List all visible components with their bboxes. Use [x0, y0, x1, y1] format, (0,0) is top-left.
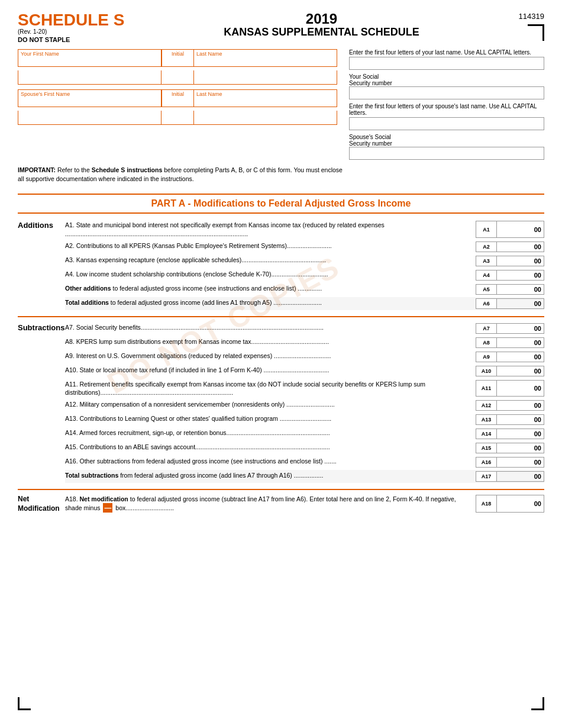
your-initial-label: Initial — [164, 51, 191, 57]
do-not-staple: DO NOT STAPLE — [18, 36, 124, 43]
important-bold: IMPORTANT: — [18, 166, 56, 173]
line-a9-amount[interactable]: 00 — [497, 352, 544, 362]
line-a6-value: 00 — [534, 300, 541, 307]
net-modification-label-area: NetModification — [18, 495, 65, 513]
spouse-four-letters-block: Enter the first four letters of your spo… — [349, 103, 544, 130]
spouse-last-name-label: Last Name — [196, 91, 334, 97]
spouse-first-name-field[interactable]: Spouse's First Name — [18, 89, 162, 107]
spouse-ssn-input[interactable] — [349, 147, 544, 160]
spouse-initial-field[interactable]: Initial — [162, 89, 194, 107]
line-a16-row: A16. Other subtractions from federal adj… — [65, 456, 544, 469]
line-a8-amount[interactable]: 00 — [497, 337, 544, 348]
line-a13-amount[interactable]: 00 — [497, 414, 544, 425]
line-a7-code: A7 — [476, 323, 497, 334]
line-a3-amount[interactable]: 00 — [497, 256, 544, 266]
bottom-right-corner-mark — [531, 697, 544, 710]
schedule-rev: (Rev. 1-20) — [18, 28, 124, 35]
spouse-name-input-area[interactable] — [18, 111, 337, 125]
line-a13-value: 00 — [534, 416, 541, 423]
your-name-row: Your First Name Initial Last Name — [18, 49, 337, 67]
line-a17-row: Total subtractions from federal adjusted… — [65, 470, 544, 483]
line-a8-value: 00 — [534, 339, 541, 346]
line-a15-value: 00 — [534, 444, 541, 452]
line-a1-amount[interactable]: 00 — [497, 221, 544, 237]
page-header: SCHEDULE S (Rev. 1-20) DO NOT STAPLE 201… — [18, 12, 544, 43]
line-a18-value: 00 — [534, 500, 541, 507]
line-a13-desc: A13. Contributions to Learning Quest or … — [65, 414, 476, 423]
spouse-four-letters-instruction: Enter the first four letters of your spo… — [349, 103, 544, 116]
line-a10-amount[interactable]: 00 — [497, 366, 544, 376]
line-a2-desc: A2. Contributions to all KPERS (Kansas P… — [65, 241, 476, 250]
line-a2-code: A2 — [476, 241, 497, 252]
minus-box: — — [103, 503, 112, 513]
line-a17-amount[interactable]: 00 — [497, 471, 544, 482]
line-a18-amount[interactable]: 00 — [497, 495, 544, 513]
line-a15-code: A15 — [476, 443, 497, 453]
line-a4-row: A4. Low income student scholarship contr… — [65, 269, 544, 282]
additions-label: Additions — [18, 220, 65, 230]
form-title: KANSAS SUPPLEMENTAL SCHEDULE — [224, 26, 419, 38]
your-last-name-field[interactable]: Last Name — [194, 49, 337, 67]
line-a11-code: A11 — [476, 380, 497, 397]
line-a10-code: A10 — [476, 366, 497, 376]
subtractions-section: Subtractions A7. Social Security benefit… — [18, 322, 544, 484]
spouse-last-name-field[interactable]: Last Name — [194, 89, 337, 107]
line-a15-desc: A15. Contributions to an ABLE savings ac… — [65, 443, 476, 451]
line-a4-amount[interactable]: 00 — [497, 270, 544, 281]
line-a10-value: 00 — [534, 368, 541, 375]
line-a9-row: A9. Interest on U.S. Government obligati… — [65, 350, 544, 363]
schedule-info: SCHEDULE S (Rev. 1-20) DO NOT STAPLE — [18, 12, 124, 43]
line-a1-value: 00 — [534, 226, 541, 233]
additions-lines: A1. State and municipal bond interest no… — [65, 220, 544, 311]
spouse-name-row: Spouse's First Name Initial Last Name — [18, 89, 337, 107]
form-number-area: 114319 — [519, 12, 544, 41]
additions-section: Additions A1. State and municipal bond i… — [18, 220, 544, 311]
line-a7-value: 00 — [534, 325, 541, 332]
line-a6-amount[interactable]: 00 — [497, 298, 544, 309]
line-a7-row: A7. Social Security benefits............… — [65, 322, 544, 335]
line-a12-amount[interactable]: 00 — [497, 400, 544, 411]
your-first-name-label: Your First Name — [21, 51, 159, 57]
line-a14-amount[interactable]: 00 — [497, 429, 544, 439]
net-modification-desc: A18. Net modification to federal adjuste… — [65, 495, 476, 513]
line-a1-desc: A1. State and municipal bond interest no… — [65, 221, 476, 237]
line-a11-amount[interactable]: 00 — [497, 380, 544, 397]
line-a1-code: A1 — [476, 221, 497, 237]
line-a2-row: A2. Contributions to all KPERS (Kansas P… — [65, 240, 544, 253]
line-a14-desc: A14. Armed forces recruitment, sign-up, … — [65, 429, 476, 437]
line-a14-value: 00 — [534, 430, 541, 437]
line-a13-code: A13 — [476, 414, 497, 425]
line-a9-desc: A9. Interest on U.S. Government obligati… — [65, 352, 476, 360]
your-name-input-area[interactable] — [18, 70, 337, 85]
line-a18-code: A18 — [476, 495, 497, 513]
line-a17-code: A17 — [476, 471, 497, 482]
schedule-title: SCHEDULE S — [18, 12, 124, 28]
line-a16-code: A16 — [476, 457, 497, 468]
line-a2-amount[interactable]: 00 — [497, 241, 544, 252]
form-title-area: 2019 KANSAS SUPPLEMENTAL SCHEDULE — [224, 12, 419, 38]
name-fields-area: Your First Name Initial Last Name Spouse… — [18, 49, 337, 160]
line-a16-value: 00 — [534, 459, 541, 466]
subtractions-label: Subtractions — [18, 322, 65, 332]
line-a16-amount[interactable]: 00 — [497, 457, 544, 468]
spouse-four-letters-input[interactable] — [349, 117, 544, 130]
top-corner-mark — [528, 24, 544, 41]
line-a3-desc: A3. Kansas expensing recapture (enclose … — [65, 256, 476, 264]
your-ssn-input[interactable] — [349, 86, 544, 99]
line-a8-row: A8. KPERS lump sum distributions exempt … — [65, 336, 544, 349]
line-a1-row: A1. State and municipal bond interest no… — [65, 220, 544, 239]
line-a3-row: A3. Kansas expensing recapture (enclose … — [65, 255, 544, 268]
line-a11-desc: A11. Retirement benefits specifically ex… — [65, 380, 476, 397]
your-initial-field[interactable]: Initial — [162, 49, 194, 67]
line-a11-row: A11. Retirement benefits specifically ex… — [65, 379, 544, 398]
line-a12-code: A12 — [476, 400, 497, 411]
important-note: IMPORTANT: Refer to the Schedule S instr… — [18, 166, 349, 183]
line-a17-value: 00 — [534, 473, 541, 480]
your-last-name-label: Last Name — [196, 51, 334, 57]
line-a5-amount[interactable]: 00 — [497, 284, 544, 295]
line-a13-row: A13. Contributions to Learning Quest or … — [65, 413, 544, 426]
line-a15-amount[interactable]: 00 — [497, 443, 544, 453]
your-first-name-field[interactable]: Your First Name — [18, 49, 162, 67]
line-a7-amount[interactable]: 00 — [497, 323, 544, 334]
four-letters-input[interactable] — [349, 57, 544, 70]
